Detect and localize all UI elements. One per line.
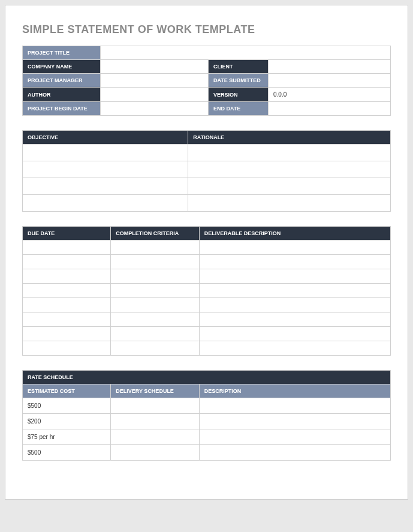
table-row <box>23 312 391 327</box>
criteria-cell[interactable] <box>111 298 199 312</box>
table-row <box>23 241 391 255</box>
criteria-cell[interactable] <box>111 255 199 269</box>
description-cell[interactable] <box>199 298 390 312</box>
rate-schedule-table: RATE SCHEDULE ESTIMATED COST DELIVERY SC… <box>22 370 391 461</box>
document-page: SIMPLE STATEMENT OF WORK TEMPLATE PROJEC… <box>5 5 408 500</box>
rate-schedule-section-header: RATE SCHEDULE <box>23 371 391 384</box>
rate-description-cell[interactable] <box>199 414 390 429</box>
criteria-cell[interactable] <box>111 312 199 327</box>
criteria-cell[interactable] <box>111 241 199 255</box>
estimated-cost-cell[interactable]: $200 <box>23 414 111 429</box>
due-date-cell[interactable] <box>23 312 111 327</box>
rationale-cell[interactable] <box>188 161 391 178</box>
description-cell[interactable] <box>199 241 390 255</box>
delivery-schedule-cell[interactable] <box>111 414 199 429</box>
client-label: CLIENT <box>209 60 269 74</box>
delivery-schedule-header: DELIVERY SCHEDULE <box>111 384 199 398</box>
rate-description-cell[interactable] <box>199 445 390 461</box>
estimated-cost-cell[interactable]: $500 <box>23 398 111 414</box>
table-row <box>23 327 391 341</box>
document-title: SIMPLE STATEMENT OF WORK TEMPLATE <box>22 23 391 36</box>
description-cell[interactable] <box>199 269 390 284</box>
end-date-value[interactable] <box>269 102 391 116</box>
description-cell[interactable] <box>199 312 390 327</box>
begin-date-label: PROJECT BEGIN DATE <box>23 102 101 116</box>
version-label: VERSION <box>209 88 269 102</box>
rationale-cell[interactable] <box>188 195 391 212</box>
due-date-cell[interactable] <box>23 255 111 269</box>
table-row <box>23 284 391 298</box>
estimated-cost-cell[interactable]: $500 <box>23 445 111 461</box>
estimated-cost-cell[interactable]: $75 per hr <box>23 429 111 445</box>
table-row <box>23 195 391 212</box>
criteria-cell[interactable] <box>111 269 199 284</box>
due-date-cell[interactable] <box>23 241 111 255</box>
criteria-cell[interactable] <box>111 341 199 356</box>
table-row <box>23 145 391 161</box>
rationale-header: RATIONALE <box>188 131 391 145</box>
project-title-value[interactable] <box>101 46 391 60</box>
table-row: ESTIMATED COST DELIVERY SCHEDULE DESCRIP… <box>23 384 391 398</box>
criteria-cell[interactable] <box>111 284 199 298</box>
due-date-header: DUE DATE <box>23 227 111 241</box>
table-row: DUE DATE COMPLETION CRITERIA DELIVERABLE… <box>23 227 391 241</box>
description-cell[interactable] <box>199 341 390 356</box>
deliverables-table: DUE DATE COMPLETION CRITERIA DELIVERABLE… <box>22 226 391 356</box>
description-cell[interactable] <box>199 284 390 298</box>
objective-cell[interactable] <box>23 195 188 212</box>
objective-table: OBJECTIVE RATIONALE <box>22 130 391 212</box>
date-submitted-value[interactable] <box>269 74 391 88</box>
date-submitted-label: DATE SUBMITTED <box>209 74 269 88</box>
due-date-cell[interactable] <box>23 284 111 298</box>
project-title-label: PROJECT TITLE <box>23 46 101 60</box>
rate-description-cell[interactable] <box>199 429 390 445</box>
project-meta-table: PROJECT TITLE COMPANY NAME CLIENT PROJEC… <box>22 46 391 116</box>
table-row: PROJECT MANAGER DATE SUBMITTED <box>23 74 391 88</box>
rate-description-cell[interactable] <box>199 398 390 414</box>
table-row <box>23 255 391 269</box>
table-row <box>23 269 391 284</box>
delivery-schedule-cell[interactable] <box>111 429 199 445</box>
company-name-label: COMPANY NAME <box>23 60 101 74</box>
project-manager-label: PROJECT MANAGER <box>23 74 101 88</box>
rationale-cell[interactable] <box>188 145 391 161</box>
table-row: $200 <box>23 414 391 429</box>
table-row: $75 per hr <box>23 429 391 445</box>
completion-criteria-header: COMPLETION CRITERIA <box>111 227 199 241</box>
delivery-schedule-cell[interactable] <box>111 398 199 414</box>
table-row: $500 <box>23 445 391 461</box>
estimated-cost-header: ESTIMATED COST <box>23 384 111 398</box>
objective-cell[interactable] <box>23 161 188 178</box>
table-row <box>23 341 391 356</box>
table-row: PROJECT BEGIN DATE END DATE <box>23 102 391 116</box>
table-row: OBJECTIVE RATIONALE <box>23 131 391 145</box>
due-date-cell[interactable] <box>23 298 111 312</box>
client-value[interactable] <box>269 60 391 74</box>
table-row: COMPANY NAME CLIENT <box>23 60 391 74</box>
company-name-value[interactable] <box>101 60 209 74</box>
table-row <box>23 298 391 312</box>
table-row: $500 <box>23 398 391 414</box>
due-date-cell[interactable] <box>23 341 111 356</box>
delivery-schedule-cell[interactable] <box>111 445 199 461</box>
project-manager-value[interactable] <box>101 74 209 88</box>
rationale-cell[interactable] <box>188 178 391 195</box>
deliverable-description-header: DELIVERABLE DESCRIPTION <box>199 227 390 241</box>
table-row: RATE SCHEDULE <box>23 371 391 384</box>
version-value[interactable]: 0.0.0 <box>269 88 391 102</box>
author-label: AUTHOR <box>23 88 101 102</box>
description-cell[interactable] <box>199 255 390 269</box>
criteria-cell[interactable] <box>111 327 199 341</box>
description-cell[interactable] <box>199 327 390 341</box>
table-row: PROJECT TITLE <box>23 46 391 60</box>
rate-description-header: DESCRIPTION <box>199 384 390 398</box>
objective-cell[interactable] <box>23 178 188 195</box>
objective-header: OBJECTIVE <box>23 131 188 145</box>
due-date-cell[interactable] <box>23 327 111 341</box>
end-date-label: END DATE <box>209 102 269 116</box>
begin-date-value[interactable] <box>101 102 209 116</box>
objective-cell[interactable] <box>23 145 188 161</box>
due-date-cell[interactable] <box>23 269 111 284</box>
table-row: AUTHOR VERSION 0.0.0 <box>23 88 391 102</box>
author-value[interactable] <box>101 88 209 102</box>
